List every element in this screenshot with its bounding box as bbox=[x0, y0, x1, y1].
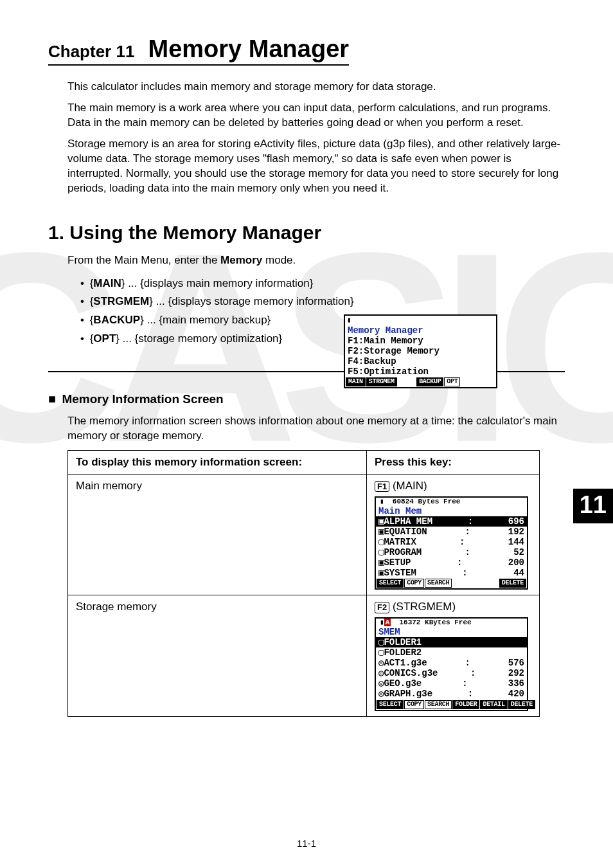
calc-title: Memory Manager bbox=[345, 325, 496, 336]
calc-screenshot-main-mem: ▮ 60824 Bytes Free Main Mem ▣ALPHA MEM:6… bbox=[375, 496, 528, 590]
f2-key-icon: F2 bbox=[375, 602, 389, 613]
f1-key-icon: F1 bbox=[375, 481, 389, 493]
calc-line: F2:Storage Memory bbox=[345, 346, 496, 356]
table-row: Storage memory F2 (STRGMEM) ▮A 16372 KBy… bbox=[68, 595, 540, 716]
section-title: 1. Using the Memory Manager bbox=[48, 222, 565, 244]
page-number: 11-1 bbox=[0, 838, 613, 849]
chapter-name: Memory Manager bbox=[148, 35, 350, 62]
calc-line: F1:Main Memory bbox=[345, 336, 496, 346]
memory-info-table: To display this memory information scree… bbox=[67, 450, 540, 717]
table-header: To display this memory information scree… bbox=[68, 450, 367, 474]
menu-item: • {STRGMEM} ... {displays storage memory… bbox=[80, 293, 565, 311]
chapter-title: Chapter 11 Memory Manager bbox=[48, 35, 349, 66]
battery-icon: ▮ bbox=[380, 619, 384, 626]
calc-screenshot-memory-manager: ▮ Memory Manager F1:Main Memory F2:Stora… bbox=[344, 312, 497, 388]
intro-paragraph-1: This calculator includes main memory and… bbox=[67, 80, 565, 95]
chapter-prefix: Chapter 11 bbox=[48, 42, 134, 61]
battery-icon: ▮ bbox=[345, 316, 496, 325]
calc-line: F4:Backup bbox=[345, 356, 496, 366]
intro-paragraph-2: The main memory is a work area where you… bbox=[67, 101, 565, 131]
subsection-desc: The memory information screen shows info… bbox=[67, 414, 565, 444]
square-bullet-icon: ■ bbox=[48, 392, 56, 406]
table-header: Press this key: bbox=[367, 450, 540, 474]
subsection-title: ■ Memory Information Screen bbox=[48, 392, 565, 406]
alpha-icon: A bbox=[384, 619, 391, 626]
table-row: Main memory F1 (MAIN) ▮ 60824 Bytes Free… bbox=[68, 474, 540, 595]
menu-item: • {MAIN} ... {displays main memory infor… bbox=[80, 275, 565, 293]
battery-icon: ▮ bbox=[380, 498, 384, 505]
intro-paragraph-3: Storage memory is an area for storing eA… bbox=[67, 137, 565, 196]
calc-screenshot-storage-mem: ▮A 16372 KBytes Free SMEM ▢FOLDER1 ▢FOLD… bbox=[375, 617, 528, 710]
chapter-tab: 11 bbox=[573, 489, 613, 523]
calc-softkeys: MAIN STRGMEM X X BACKUP OPT bbox=[345, 377, 496, 387]
table-cell: F1 (MAIN) ▮ 60824 Bytes Free Main Mem ▣A… bbox=[367, 474, 540, 595]
table-cell: Storage memory bbox=[68, 595, 367, 716]
section-lead: From the Main Menu, enter the Memory mod… bbox=[67, 253, 565, 268]
calc-line: F5:Optimization bbox=[345, 366, 496, 377]
table-cell: Main memory bbox=[68, 474, 367, 595]
table-cell: F2 (STRGMEM) ▮A 16372 KBytes Free SMEM ▢… bbox=[367, 595, 540, 716]
